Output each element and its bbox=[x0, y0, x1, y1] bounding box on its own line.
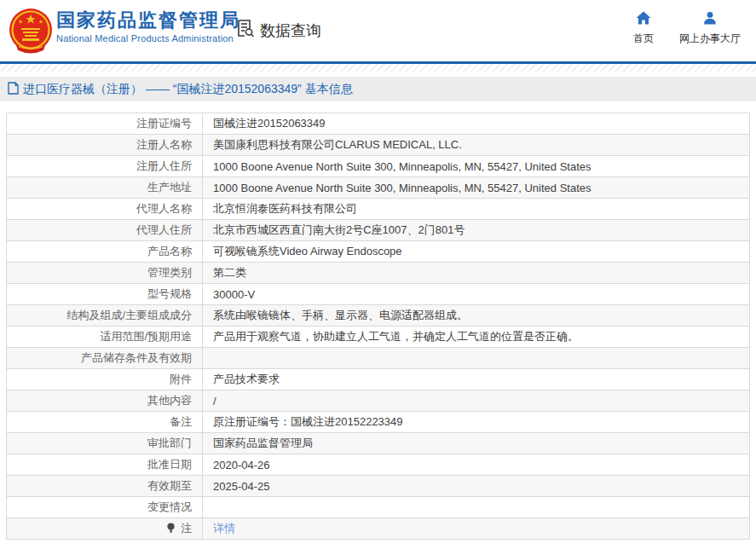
row-value bbox=[203, 348, 750, 369]
row-value-text: 可视喉镜系统Video Airway Endoscope bbox=[213, 245, 402, 257]
row-label: 结构及组成/主要组成成分 bbox=[7, 305, 203, 327]
row-label: 适用范围/预期用途 bbox=[7, 327, 203, 348]
table-row: 代理人名称北京恒润泰医药科技有限公司 bbox=[7, 199, 750, 220]
table-row: 有效期至2025-04-25 bbox=[7, 476, 750, 497]
row-label: 产品储存条件及有效期 bbox=[7, 348, 203, 369]
row-value-text: 美国康利思科技有限公司CLARUS MEDICAL, LLC. bbox=[213, 138, 462, 151]
row-value-text: 第二类 bbox=[213, 266, 246, 279]
home-icon bbox=[636, 11, 651, 28]
row-value-text: 1000 Boone Avenue North Suite 300, Minne… bbox=[213, 160, 592, 173]
table-row: 变更情况 bbox=[7, 497, 750, 518]
row-value-text: 原注册证编号：国械注进20152223349 bbox=[213, 415, 403, 428]
row-label-text: 变更情况 bbox=[147, 500, 192, 513]
row-label-text: 审批部门 bbox=[147, 436, 192, 449]
org-name-cn: 国家药品监督管理局 bbox=[56, 9, 240, 31]
row-label-text: 产品名称 bbox=[147, 245, 192, 257]
row-value-text: 北京恒润泰医药科技有限公司 bbox=[213, 202, 357, 215]
note-bulb-icon bbox=[166, 523, 176, 536]
row-label: 变更情况 bbox=[7, 497, 203, 518]
row-label-text: 注 bbox=[181, 522, 192, 535]
table-row: 注册证编号国械注进20152063349 bbox=[7, 113, 750, 135]
row-value: 国械注进20152063349 bbox=[203, 113, 750, 135]
data-query-section[interactable]: 数据查询 bbox=[235, 18, 321, 43]
row-value-text: 系统由喉镜镜体、手柄、显示器、电源适配器组成。 bbox=[213, 309, 468, 321]
row-value: 系统由喉镜镜体、手柄、显示器、电源适配器组成。 bbox=[203, 305, 750, 327]
row-label: 注册人住所 bbox=[7, 156, 203, 177]
row-label-text: 有效期至 bbox=[147, 479, 192, 492]
row-value: / bbox=[203, 390, 750, 412]
row-label-text: 结构及组成/主要组成成分 bbox=[66, 309, 192, 321]
row-value: 30000-V bbox=[203, 284, 750, 305]
row-value: 可视喉镜系统Video Airway Endoscope bbox=[203, 241, 750, 263]
table-row: 其他内容/ bbox=[7, 390, 750, 412]
table-row: 适用范围/预期用途产品用于观察气道，协助建立人工气道，并确定人工气道的位置是否正… bbox=[7, 327, 750, 348]
row-value-text: 产品技术要求 bbox=[213, 373, 280, 385]
row-label-text: 代理人住所 bbox=[136, 223, 192, 236]
row-value-text: 1000 Boone Avenue North Suite 300, Minne… bbox=[213, 182, 592, 194]
row-value-text: 2020-04-26 bbox=[213, 459, 270, 471]
table-row: 注册人名称美国康利思科技有限公司CLARUS MEDICAL, LLC. bbox=[7, 135, 750, 156]
row-label: 有效期至 bbox=[7, 476, 203, 497]
row-value: 2025-04-25 bbox=[203, 476, 750, 497]
breadcrumb: 进口医疗器械（注册） —— “国械注进20152063349” 基本信息 bbox=[0, 77, 756, 101]
row-label-text: 其他内容 bbox=[147, 394, 192, 407]
table-row: 管理类别第二类 bbox=[7, 263, 750, 284]
row-label: 代理人住所 bbox=[7, 220, 203, 241]
page-header: 国家药品监督管理局 National Medical Products Admi… bbox=[0, 0, 756, 61]
nav-service-hall[interactable]: 网上办事大厅 bbox=[679, 11, 741, 46]
row-label-text: 产品储存条件及有效期 bbox=[81, 351, 192, 364]
table-row: 批准日期2020-04-26 bbox=[7, 454, 750, 476]
table-row: 备注原注册证编号：国械注进20152223349 bbox=[7, 412, 750, 433]
row-label: 代理人名称 bbox=[7, 199, 203, 220]
row-label: 其他内容 bbox=[7, 390, 203, 412]
nav-home-label: 首页 bbox=[633, 32, 654, 46]
registration-info-table: 注册证编号国械注进20152063349注册人名称美国康利思科技有限公司CLAR… bbox=[6, 113, 750, 540]
table-row: 产品名称可视喉镜系统Video Airway Endoscope bbox=[7, 241, 750, 263]
row-value-text: 产品用于观察气道，协助建立人工气道，并确定人工气道的位置是否正确。 bbox=[213, 330, 579, 343]
row-label: 注册证编号 bbox=[7, 113, 203, 135]
row-value: 国家药品监督管理局 bbox=[203, 433, 750, 454]
table-row: 结构及组成/主要组成成分系统由喉镜镜体、手柄、显示器、电源适配器组成。 bbox=[7, 305, 750, 327]
site-title: 国家药品监督管理局 National Medical Products Admi… bbox=[56, 9, 240, 43]
breadcrumb-text: 进口医疗器械（注册） —— “国械注进20152063349” 基本信息 bbox=[23, 82, 353, 97]
table-row: 审批部门国家药品监督管理局 bbox=[7, 433, 750, 454]
detail-link[interactable]: 详情 bbox=[213, 522, 235, 535]
row-value-text: 北京市西城区西直门南大街2号C座1007、2门801号 bbox=[213, 223, 465, 236]
row-label: 管理类别 bbox=[7, 263, 203, 284]
row-value: 1000 Boone Avenue North Suite 300, Minne… bbox=[203, 177, 750, 199]
table-row: 注详情 bbox=[7, 518, 750, 540]
row-label-text: 批准日期 bbox=[147, 458, 192, 471]
row-value-text: 30000-V bbox=[213, 288, 255, 301]
row-label-text: 生产地址 bbox=[147, 181, 192, 194]
row-value-text: 国械注进20152063349 bbox=[213, 117, 326, 130]
row-label: 型号规格 bbox=[7, 284, 203, 305]
row-label: 批准日期 bbox=[7, 454, 203, 476]
table-row: 生产地址1000 Boone Avenue North Suite 300, M… bbox=[7, 177, 750, 199]
row-label-text: 型号规格 bbox=[147, 287, 192, 300]
row-label: 注册人名称 bbox=[7, 135, 203, 156]
row-label-text: 注册人名称 bbox=[136, 138, 192, 151]
top-nav: 首页 网上办事大厅 bbox=[633, 11, 741, 46]
row-label: 生产地址 bbox=[7, 177, 203, 199]
row-label: 附件 bbox=[7, 369, 203, 390]
row-value: 美国康利思科技有限公司CLARUS MEDICAL, LLC. bbox=[203, 135, 750, 156]
row-value-text: 2025-04-25 bbox=[213, 480, 270, 493]
row-label-text: 注册人住所 bbox=[136, 159, 192, 172]
national-emblem-icon bbox=[9, 7, 53, 56]
org-name-en: National Medical Products Administration bbox=[56, 33, 240, 43]
nav-home[interactable]: 首页 bbox=[633, 11, 654, 46]
row-label-text: 代理人名称 bbox=[136, 202, 192, 215]
person-icon bbox=[703, 11, 717, 28]
row-label-text: 注册证编号 bbox=[136, 117, 192, 130]
row-value-text: 国家药品监督管理局 bbox=[213, 436, 313, 449]
table-row: 附件产品技术要求 bbox=[7, 369, 750, 390]
row-label: 备注 bbox=[7, 412, 203, 433]
table-row: 产品储存条件及有效期 bbox=[7, 348, 750, 369]
table-row: 型号规格30000-V bbox=[7, 284, 750, 305]
row-value: 产品用于观察气道，协助建立人工气道，并确定人工气道的位置是否正确。 bbox=[203, 327, 750, 348]
row-value: 原注册证编号：国械注进20152223349 bbox=[203, 412, 750, 433]
row-value: 1000 Boone Avenue North Suite 300, Minne… bbox=[203, 156, 750, 177]
row-value-text: / bbox=[213, 395, 216, 408]
row-value bbox=[203, 497, 750, 518]
row-value: 北京恒润泰医药科技有限公司 bbox=[203, 199, 750, 220]
